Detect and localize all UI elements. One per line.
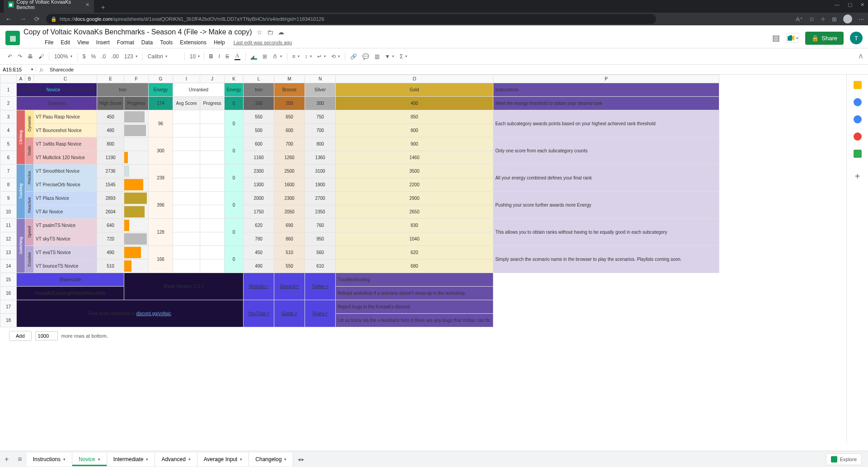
comments-icon[interactable]: ▤ — [772, 33, 780, 43]
rows-count-input[interactable] — [35, 331, 58, 340]
select-all-cell[interactable] — [0, 75, 17, 83]
col-header[interactable]: O — [336, 75, 493, 83]
benchmark-title[interactable]: Voltaic KvKs Novice Benchmarks S4 — [17, 83, 97, 97]
all-sheets-button[interactable]: ≡ — [13, 453, 26, 466]
menu-insert[interactable]: Insert — [93, 38, 113, 47]
maximize-icon[interactable]: ▢ — [848, 2, 852, 8]
text-color-button[interactable]: A — [232, 51, 243, 62]
minimize-icon[interactable]: — — [835, 2, 840, 8]
italic-button[interactable]: I — [216, 52, 222, 61]
col-header[interactable]: P — [493, 75, 719, 83]
col-header[interactable]: M — [274, 75, 305, 83]
back-button[interactable]: ← — [4, 14, 14, 24]
tab-changelog[interactable]: Changelog▾ — [249, 453, 293, 466]
rules-link[interactable]: Rules↗ — [305, 300, 336, 327]
tab-close-icon[interactable]: ✕ — [85, 2, 89, 8]
wrap-button[interactable]: ↵ — [315, 52, 328, 61]
halign-button[interactable]: ≡ — [290, 52, 302, 61]
twitter-link[interactable]: Twitter↗ — [305, 273, 336, 300]
share-button[interactable]: 🔒 Share — [805, 32, 844, 45]
document-title[interactable]: Copy of Voltaic KovaaKs Benchmarks - Sea… — [23, 28, 252, 36]
col-header[interactable]: B — [25, 75, 34, 83]
tasks-icon[interactable] — [854, 115, 862, 123]
reload-button[interactable]: ⟳ — [33, 14, 42, 24]
last-edit-link[interactable]: Last edit was seconds ago — [234, 40, 292, 45]
name-box[interactable]: A15:E15▾ — [0, 67, 36, 72]
menu-format[interactable]: Format — [114, 38, 137, 47]
close-icon[interactable]: ✕ — [860, 2, 864, 8]
discord-resource-link[interactable]: discord.gg/voltaic — [136, 311, 171, 316]
youtube-link[interactable]: YouTube↗ — [244, 300, 274, 327]
col-header[interactable]: G — [149, 75, 173, 83]
font-select[interactable]: Calibri — [145, 52, 182, 61]
address-bar[interactable]: 🔒 https://docs.google.com/spreadsheets/d… — [46, 14, 656, 24]
col-header[interactable]: C — [34, 75, 97, 83]
website-link[interactable]: Website↗ — [244, 273, 274, 300]
filter-button[interactable]: ▼ — [383, 52, 397, 61]
subcat-dynamic[interactable]: Dynamic — [25, 110, 34, 137]
spreadsheet-grid[interactable]: A B C E F G I J K L M N O P 1 Voltaic Kv… — [0, 75, 846, 443]
bold-button[interactable]: B — [207, 52, 216, 61]
tab-intermediate[interactable]: Intermediate▾ — [107, 453, 155, 466]
col-header[interactable]: J — [200, 75, 225, 83]
sharecode-value[interactable]: KovaaKsClearingPetulantScoutrifle — [17, 287, 124, 300]
meet-button[interactable] — [786, 33, 799, 43]
forward-button[interactable]: → — [18, 14, 28, 24]
rotate-button[interactable]: ⟲ — [329, 52, 342, 61]
functions-button[interactable]: Σ — [397, 52, 409, 61]
maps-icon[interactable] — [854, 150, 862, 158]
increase-decimal-button[interactable]: .00 — [109, 52, 121, 61]
tab-instructions[interactable]: Instructions▾ — [27, 453, 72, 466]
fill-color-button[interactable] — [249, 52, 259, 61]
menu-data[interactable]: Data — [138, 38, 156, 47]
menu-edit[interactable]: Edit — [57, 38, 73, 47]
decrease-decimal-button[interactable]: .0 — [99, 52, 108, 61]
print-button[interactable]: 🖶 — [25, 52, 35, 61]
cloud-icon[interactable]: ☁ — [278, 28, 284, 36]
col-header[interactable]: A — [17, 75, 25, 83]
number-format-button[interactable]: 123 — [122, 52, 140, 61]
comment-button[interactable]: 💬 — [360, 52, 371, 61]
menu-extensions[interactable]: Extensions — [177, 38, 210, 47]
discord-link[interactable]: Discord↗ — [274, 273, 305, 300]
borders-button[interactable]: ⊞ — [260, 52, 269, 61]
star-icon[interactable]: ☆ — [257, 28, 263, 36]
chart-button[interactable]: ▥ — [372, 52, 382, 61]
browser-tab[interactable]: ▦ Copy of Voltaic KovaaKs Benchm ✕ — [4, 0, 94, 13]
tab-left-icon[interactable]: ◂ — [298, 456, 300, 462]
zoom-select[interactable]: 100% — [52, 52, 75, 61]
formula-input[interactable]: Sharecode — [47, 67, 868, 72]
link-button[interactable]: 🔗 — [348, 52, 359, 61]
menu-file[interactable]: File — [42, 38, 56, 47]
undo-button[interactable]: ↶ — [5, 52, 14, 61]
add-sheet-button[interactable]: + — [0, 453, 13, 466]
tab-novice[interactable]: Novice▾ — [72, 453, 107, 466]
calendar-icon[interactable] — [854, 81, 862, 89]
menu-help[interactable]: Help — [211, 38, 228, 47]
profile-avatar[interactable] — [843, 14, 852, 24]
window-controls[interactable]: — ▢ ✕ — [835, 2, 864, 8]
redo-button[interactable]: ↷ — [15, 52, 24, 61]
col-header[interactable]: F — [124, 75, 149, 83]
menu-tools[interactable]: Tools — [157, 38, 176, 47]
tab-advanced[interactable]: Advanced▾ — [155, 453, 197, 466]
col-header[interactable]: N — [305, 75, 336, 83]
valign-button[interactable]: ↕ — [303, 52, 314, 61]
browser-menu-icon[interactable]: ⋯ — [859, 16, 864, 23]
scenario-cell[interactable]: VT Pasu Rasp Novice — [34, 110, 97, 124]
contacts-icon[interactable] — [854, 132, 862, 141]
new-tab-button[interactable]: + — [98, 2, 108, 13]
tab-right-icon[interactable]: ▸ — [301, 456, 304, 462]
add-addon-icon[interactable]: + — [855, 171, 860, 182]
guide-link[interactable]: Guide↗ — [274, 300, 305, 327]
move-icon[interactable]: 🗀 — [267, 28, 273, 36]
read-aloud-icon[interactable]: A⁺ — [796, 16, 803, 23]
explore-button[interactable]: Explore — [826, 453, 862, 465]
keep-icon[interactable] — [854, 98, 862, 106]
category-clicking[interactable]: Clicking — [17, 110, 25, 165]
col-header[interactable]: L — [244, 75, 274, 83]
currency-button[interactable]: $ — [80, 52, 88, 61]
add-rows-button[interactable]: Add — [9, 331, 32, 341]
percent-button[interactable]: % — [89, 52, 98, 61]
fontsize-select[interactable]: 10 — [188, 52, 201, 61]
